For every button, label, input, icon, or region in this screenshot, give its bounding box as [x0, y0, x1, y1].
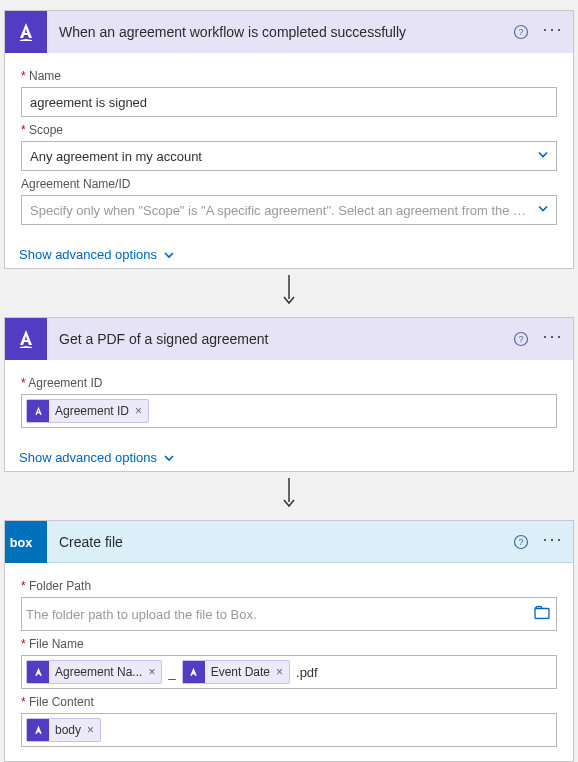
token-label: Agreement Na...	[55, 665, 142, 679]
adobe-sign-icon	[27, 719, 49, 741]
chevron-down-icon	[536, 202, 550, 219]
literal-text: .pdf	[294, 665, 320, 680]
scope-label: * Scope	[21, 123, 557, 137]
name-label: * Name	[21, 69, 557, 83]
filecontent-label: * File Content	[21, 695, 557, 709]
card-title: Get a PDF of a signed agreement	[47, 331, 505, 347]
adobe-sign-icon	[27, 400, 49, 422]
more-button[interactable]: ···	[537, 526, 569, 558]
trigger-card: When an agreement workflow is completed …	[4, 10, 574, 269]
help-icon[interactable]: ?	[505, 526, 537, 558]
remove-token-icon[interactable]: ×	[135, 404, 142, 418]
create-file-card: box Create file ? ··· * Folder Path The …	[4, 520, 574, 762]
chevron-down-icon	[536, 148, 550, 165]
adobe-sign-icon	[27, 661, 49, 683]
help-icon[interactable]: ?	[505, 323, 537, 355]
folder-picker-icon[interactable]	[534, 606, 550, 623]
card-header[interactable]: box Create file ? ···	[5, 521, 573, 563]
card-body: * Agreement ID Agreement ID ×	[5, 360, 573, 442]
show-advanced-link[interactable]: Show advanced options	[5, 442, 573, 471]
remove-token-icon[interactable]: ×	[87, 723, 94, 737]
card-header[interactable]: Get a PDF of a signed agreement ? ···	[5, 318, 573, 360]
literal-text: _	[166, 665, 177, 680]
card-body: * Name agreement is signed * Scope Any a…	[5, 53, 573, 239]
card-title: Create file	[47, 534, 505, 550]
card-header[interactable]: When an agreement workflow is completed …	[5, 11, 573, 53]
dynamic-token[interactable]: Agreement ID ×	[26, 399, 149, 423]
chevron-down-icon	[163, 249, 175, 261]
chevron-down-icon	[163, 452, 175, 464]
token-label: body	[55, 723, 81, 737]
dynamic-token[interactable]: body ×	[26, 718, 101, 742]
more-button[interactable]: ···	[537, 323, 569, 355]
card-body: * Folder Path The folder path to upload …	[5, 563, 573, 761]
agreement-select[interactable]: Specify only when "Scope" is "A specific…	[21, 195, 557, 225]
more-button[interactable]: ···	[537, 16, 569, 48]
filecontent-input[interactable]: body ×	[21, 713, 557, 747]
adobe-sign-icon	[5, 11, 47, 53]
filename-label: * File Name	[21, 637, 557, 651]
svg-rect-9	[535, 609, 549, 619]
get-pdf-card: Get a PDF of a signed agreement ? ··· * …	[4, 317, 574, 472]
agreementid-label: * Agreement ID	[21, 376, 557, 390]
show-advanced-link[interactable]: Show advanced options	[5, 239, 573, 268]
card-title: When an agreement workflow is completed …	[47, 24, 505, 40]
svg-text:box: box	[10, 535, 32, 549]
agreementid-input[interactable]: Agreement ID ×	[21, 394, 557, 428]
remove-token-icon[interactable]: ×	[148, 665, 155, 679]
svg-text:?: ?	[518, 27, 523, 37]
scope-select[interactable]: Any agreement in my account	[21, 141, 557, 171]
filename-input[interactable]: Agreement Na... × _ Event Date × .pdf	[21, 655, 557, 689]
svg-text:?: ?	[518, 537, 523, 547]
svg-text:?: ?	[518, 334, 523, 344]
agreement-label: Agreement Name/ID	[21, 177, 557, 191]
remove-token-icon[interactable]: ×	[276, 665, 283, 679]
name-input[interactable]: agreement is signed	[21, 87, 557, 117]
token-label: Agreement ID	[55, 404, 129, 418]
connector-arrow	[4, 472, 574, 520]
dynamic-token[interactable]: Agreement Na... ×	[26, 660, 162, 684]
box-icon: box	[5, 521, 47, 563]
dynamic-token[interactable]: Event Date ×	[182, 660, 290, 684]
token-label: Event Date	[211, 665, 270, 679]
connector-arrow	[4, 269, 574, 317]
folderpath-label: * Folder Path	[21, 579, 557, 593]
folderpath-input[interactable]: The folder path to upload the file to Bo…	[21, 597, 557, 631]
adobe-sign-icon	[183, 661, 205, 683]
adobe-sign-icon	[5, 318, 47, 360]
help-icon[interactable]: ?	[505, 16, 537, 48]
